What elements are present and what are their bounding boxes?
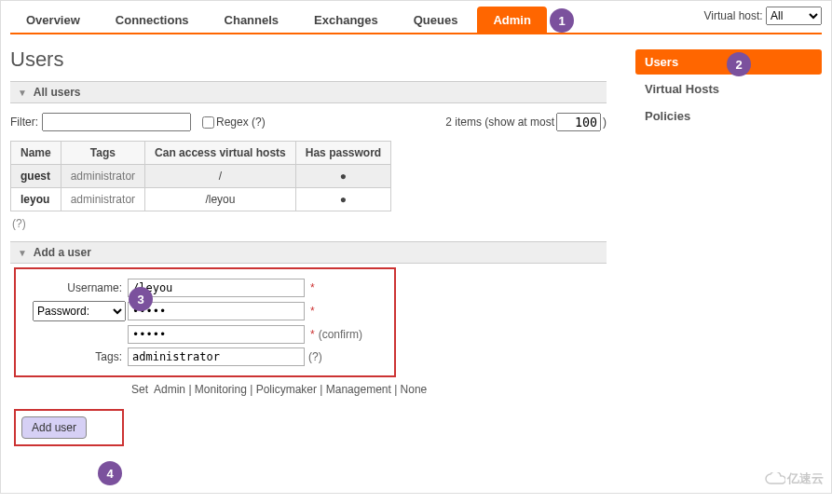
- col-has-password[interactable]: Has password: [295, 142, 390, 165]
- cloud-icon: [765, 472, 785, 485]
- confirm-text: (confirm): [319, 328, 362, 341]
- tag-preset-links[interactable]: Admin | Monitoring | Policymaker | Manag…: [154, 383, 427, 396]
- help-link[interactable]: (?): [12, 217, 822, 230]
- tab-connections[interactable]: Connections: [100, 7, 205, 33]
- user-vhosts-cell: /leyou: [145, 188, 296, 211]
- tags-input[interactable]: [128, 347, 305, 366]
- filter-label: Filter:: [10, 116, 38, 129]
- items-count-text: 2 items (show at most: [445, 116, 554, 129]
- add-user-button-highlight: Add user: [14, 409, 124, 446]
- show-at-most-input[interactable]: [556, 113, 601, 131]
- tab-admin[interactable]: Admin: [477, 7, 546, 33]
- user-name-cell[interactable]: guest: [11, 165, 61, 188]
- tags-label: Tags:: [23, 350, 128, 363]
- user-haspw-cell: ●: [295, 165, 390, 188]
- virtual-host-select[interactable]: All: [766, 7, 822, 25]
- set-prefix: Set: [131, 383, 148, 396]
- required-star: *: [310, 305, 315, 318]
- password-input[interactable]: [128, 302, 305, 320]
- user-haspw-cell: ●: [295, 188, 390, 211]
- tab-channels[interactable]: Channels: [209, 7, 295, 33]
- username-input[interactable]: [128, 279, 305, 297]
- user-name-cell[interactable]: leyou: [11, 188, 61, 211]
- section-all-users-header[interactable]: ▼ All users: [10, 81, 607, 103]
- users-table: Name Tags Can access virtual hosts Has p…: [10, 141, 391, 211]
- section-all-users-label: All users: [34, 86, 81, 99]
- annotation-marker-2: 2: [727, 52, 751, 76]
- tab-exchanges[interactable]: Exchanges: [298, 7, 394, 33]
- table-header-row: Name Tags Can access virtual hosts Has p…: [11, 142, 391, 165]
- watermark: 亿速云: [765, 470, 824, 487]
- section-add-user-label: Add a user: [34, 246, 91, 259]
- user-vhosts-cell: /: [145, 165, 296, 188]
- submenu-virtual-hosts[interactable]: Virtual Hosts: [635, 76, 822, 102]
- username-label: Username:: [23, 281, 128, 294]
- col-tags[interactable]: Tags: [61, 142, 144, 165]
- tab-overview[interactable]: Overview: [10, 7, 96, 33]
- annotation-marker-3: 3: [129, 287, 153, 311]
- password-type-select[interactable]: Password:: [33, 301, 126, 321]
- tags-help[interactable]: (?): [308, 350, 322, 363]
- col-name[interactable]: Name: [11, 142, 61, 165]
- table-row: guest administrator / ●: [11, 165, 391, 188]
- tag-presets: Set Admin | Monitoring | Policymaker | M…: [131, 383, 597, 396]
- filter-input[interactable]: [42, 113, 191, 131]
- triangle-down-icon: ▼: [18, 248, 27, 258]
- regex-label: Regex (?): [216, 116, 266, 129]
- add-user-button[interactable]: Add user: [21, 416, 87, 439]
- annotation-marker-4: 4: [98, 461, 122, 485]
- section-add-user-header[interactable]: ▼ Add a user: [10, 241, 607, 264]
- watermark-text: 亿速云: [787, 470, 824, 487]
- items-suffix: ): [603, 116, 607, 129]
- user-tags-cell: administrator: [61, 188, 144, 211]
- required-star: *: [310, 281, 315, 294]
- triangle-down-icon: ▼: [18, 88, 27, 98]
- tab-queues[interactable]: Queues: [398, 7, 474, 33]
- virtual-host-label: Virtual host:: [704, 9, 763, 22]
- table-row: leyou administrator /leyou ●: [11, 188, 391, 211]
- regex-checkbox[interactable]: [202, 116, 214, 129]
- annotation-marker-1: 1: [550, 8, 574, 33]
- add-user-form-highlight: Username: * Password: * * (confirm) Tags…: [14, 267, 396, 377]
- user-tags-cell: administrator: [61, 165, 144, 188]
- filter-row: Filter: Regex (?) 2 items (show at most …: [10, 113, 607, 131]
- password-confirm-input[interactable]: [128, 325, 305, 344]
- virtual-host-selector: Virtual host: All: [704, 7, 823, 25]
- col-vhosts[interactable]: Can access virtual hosts: [145, 142, 296, 165]
- required-star: *: [310, 328, 315, 341]
- main-tabs: Overview Connections Channels Exchanges …: [10, 1, 822, 34]
- submenu-policies[interactable]: Policies: [635, 103, 822, 129]
